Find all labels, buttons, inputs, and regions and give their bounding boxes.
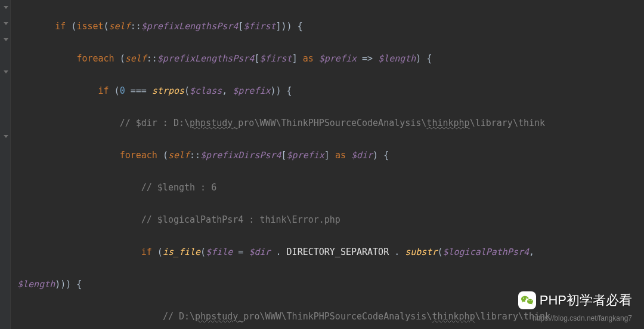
wechat-icon [518, 291, 536, 309]
code-line: foreach (self::$prefixDirsPsr4[$prefix] … [12, 147, 644, 164]
gutter [0, 0, 11, 329]
code-line: if (is_file($file = $dir . DIRECTORY_SEP… [12, 244, 644, 260]
code-line: if (0 === strpos($class, $prefix)) { [12, 83, 644, 99]
fold-marker[interactable] [4, 135, 8, 140]
fold-marker[interactable] [4, 6, 8, 11]
fold-marker[interactable] [4, 70, 8, 75]
code-content[interactable]: if (isset(self::$prefixLengthsPsr4[$firs… [0, 2, 644, 329]
code-editor[interactable]: if (isset(self::$prefixLengthsPsr4[$firs… [0, 0, 644, 329]
watermark: PHP初学者必看 [518, 288, 632, 312]
fold-marker[interactable] [4, 38, 8, 43]
code-line: // $logicalPathPsr4 : think\Error.php [12, 212, 644, 228]
code-line: if (isset(self::$prefixLengthsPsr4[$firs… [12, 19, 644, 35]
code-line: // $dir : D:\phpstudy_pro\WWW\ThinkPHPSo… [12, 115, 644, 131]
footer-url: https://blog.csdn.net/fangkang7 [532, 312, 632, 325]
code-line: foreach (self::$prefixLengthsPsr4[$first… [12, 51, 644, 67]
fold-marker[interactable] [4, 22, 8, 27]
watermark-text: PHP初学者必看 [540, 288, 632, 312]
code-line: // $length : 6 [12, 180, 644, 196]
